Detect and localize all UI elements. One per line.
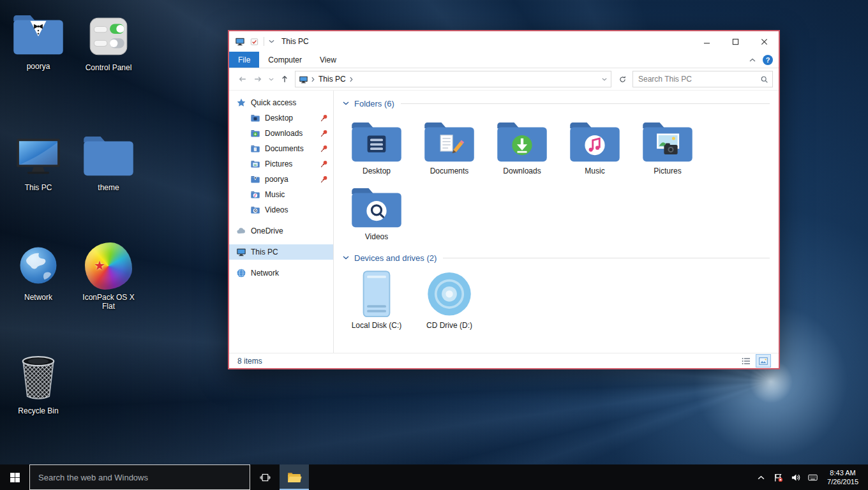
control-panel-icon [85,6,132,60]
explorer-window: This PC File Computer View ? This PC [228,30,780,369]
desktop-icon-control-panel[interactable]: Control Panel [75,6,142,72]
tab-file[interactable]: File [229,52,259,68]
desktop-icon-poorya[interactable]: poorya [5,5,71,71]
help-button[interactable]: ? [763,55,773,65]
pin-icon [320,144,329,153]
group-header-folders[interactable]: Folders (6) [343,96,770,111]
folder-tile-label: Desktop [363,167,391,175]
pin-icon [320,175,329,184]
group-title[interactable]: Devices and drives (2) [354,253,437,263]
sidebar-item-poorya[interactable]: poorya [229,172,333,187]
up-button[interactable] [277,71,292,87]
sidebar-item-videos[interactable]: Videos [229,202,333,218]
drive-tile-cd-drive[interactable]: CD Drive (D:) [415,269,483,330]
clock-date: 7/26/2015 [827,477,858,486]
large-icons-view-button[interactable] [756,354,771,368]
tuxedo-folder-icon [10,5,67,59]
sidebar-item-music[interactable]: Music [229,187,333,202]
breadcrumb-chevron-icon[interactable] [347,77,356,82]
breadcrumb-location[interactable]: This PC [317,75,347,84]
maximize-button[interactable] [721,31,750,52]
file-explorer-icon [287,470,302,485]
group-header-devices[interactable]: Devices and drives (2) [343,250,770,265]
task-view-button[interactable] [250,464,280,490]
address-dropdown-chevron-icon[interactable] [598,72,611,86]
taskbar-search-input[interactable] [30,472,250,483]
touch-keyboard-icon[interactable] [804,464,821,490]
drive-tile-label: Local Disk (C:) [352,321,402,330]
folder-tile-music[interactable]: Music [561,115,629,175]
blue-folder-icon [80,126,137,180]
titlebar[interactable]: This PC [229,31,779,52]
desktop-icon-theme[interactable]: theme [75,126,142,192]
recent-locations-chevron-icon[interactable] [266,71,277,87]
pictures-folder-icon [250,159,260,169]
group-title[interactable]: Folders (6) [354,99,394,108]
address-bar[interactable]: This PC [295,71,611,87]
user-folder-icon [250,174,260,184]
sidebar-item-pictures[interactable]: Pictures [229,156,333,172]
minimize-button[interactable] [692,31,721,52]
sidebar-item-onedrive[interactable]: OneDrive [229,223,333,239]
group-collapse-chevron-icon[interactable] [343,101,349,105]
sidebar-item-label: Downloads [265,129,303,138]
ribbon-collapse-chevron-icon[interactable] [749,58,756,62]
notification-flag-icon[interactable] [770,464,787,490]
content-pane[interactable]: Folders (6) Desktop Documents Downloads [333,91,779,353]
sidebar-item-network[interactable]: Network [229,265,333,281]
desktop-icon-network[interactable]: Network [5,236,71,302]
sidebar-item-this-pc[interactable]: This PC [229,244,333,260]
network-globe-icon [236,268,246,278]
hidden-icons-chevron-icon[interactable] [752,464,770,490]
sidebar-item-desktop[interactable]: Desktop [229,110,333,126]
tab-computer[interactable]: Computer [259,52,311,68]
sidebar-item-downloads[interactable]: Downloads [229,126,333,141]
desktop-icon-iconpack[interactable]: ★ IconPack OS X Flat [75,236,142,311]
explorer-search-input[interactable] [637,74,760,84]
downloads-folder-icon [493,115,551,166]
desktop-icon-recycle-bin[interactable]: Recycle Bin [5,350,71,415]
volume-icon[interactable] [787,464,804,490]
breadcrumb-chevron-icon[interactable] [308,77,317,82]
cd-disc-icon [421,269,478,320]
address-location-icon [299,75,308,84]
search-icon[interactable] [760,75,768,84]
item-count: 8 items [237,357,262,366]
forward-button[interactable] [250,71,266,87]
close-button[interactable] [750,31,779,52]
status-bar: 8 items [229,353,779,368]
taskbar: 8:43 AM 7/26/2015 [0,464,868,490]
group-collapse-chevron-icon[interactable] [343,256,349,260]
sidebar-item-quick-access[interactable]: Quick access [229,95,333,110]
drive-tile-local-disk[interactable]: Local Disk (C:) [343,269,410,330]
sidebar-item-documents[interactable]: Documents [229,141,333,156]
folder-tile-pictures[interactable]: Pictures [634,115,701,175]
explorer-search-box[interactable] [632,71,773,87]
taskbar-clock[interactable]: 8:43 AM 7/26/2015 [821,468,864,486]
folder-tile-videos[interactable]: Videos [343,181,410,241]
qat-dropdown-chevron-icon[interactable] [269,40,274,43]
refresh-button[interactable] [615,71,630,87]
desktop-icon-this-pc[interactable]: This PC [5,126,71,192]
group-divider [401,103,770,104]
folder-tile-downloads[interactable]: Downloads [488,115,556,175]
folder-tile-label: Videos [365,232,388,241]
desktop-icon-label: Control Panel [86,63,132,72]
sidebar-item-label: Music [265,190,285,199]
folder-tile-desktop[interactable]: Desktop [343,115,410,175]
folder-tile-documents[interactable]: Documents [415,115,483,175]
desktop-icon-label: Network [24,293,52,302]
file-explorer-taskbar-button[interactable] [280,464,309,490]
onedrive-cloud-icon [236,226,246,236]
details-view-button[interactable] [738,354,754,368]
quick-access-checkmark-icon[interactable] [250,37,259,47]
recycle-bin-icon [13,350,63,403]
start-button[interactable] [0,464,29,490]
sidebar-item-label: Documents [265,144,304,153]
taskbar-search-box[interactable] [29,464,250,490]
pictures-folder-icon [639,115,696,166]
address-toolbar: This PC [229,68,779,91]
back-button[interactable] [235,71,250,87]
sidebar-item-label: Desktop [265,114,293,122]
tab-view[interactable]: View [311,52,345,68]
